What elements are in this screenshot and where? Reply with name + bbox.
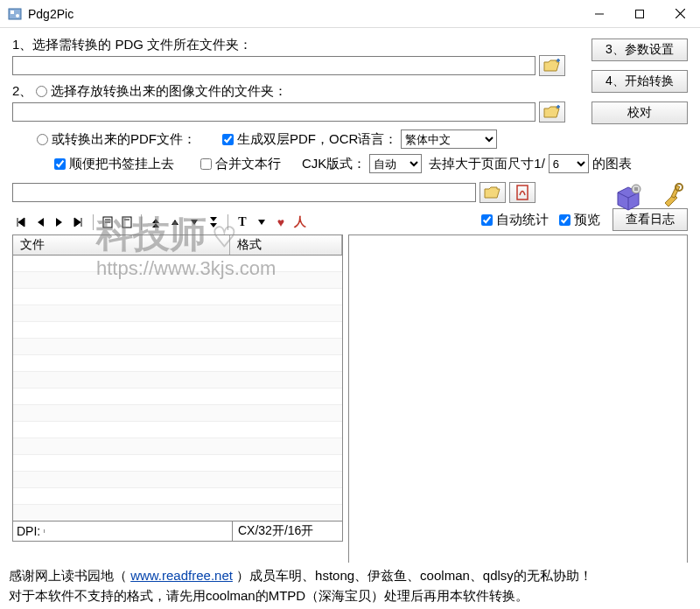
- or-pdf-label: 或转换出来的PDF文件：: [52, 131, 196, 148]
- preview-check[interactable]: [559, 214, 570, 226]
- ocr-lang-select[interactable]: 繁体中文: [401, 130, 497, 149]
- gen-layer-label: 生成双层PDF，OCR语言：: [237, 131, 397, 148]
- svg-rect-15: [122, 217, 131, 228]
- table-row[interactable]: [13, 422, 342, 438]
- fraction-select[interactable]: 6: [549, 154, 589, 173]
- table-row[interactable]: [13, 339, 342, 355]
- first-icon[interactable]: [12, 214, 30, 231]
- output-folder-input[interactable]: [12, 102, 536, 122]
- col-file-header[interactable]: 文件: [13, 235, 230, 255]
- output-folder-radio[interactable]: [36, 86, 47, 97]
- table-row[interactable]: [13, 472, 342, 488]
- verify-button[interactable]: 校对: [592, 102, 688, 124]
- bookmark-check[interactable]: [54, 158, 66, 170]
- step2-prefix: 2、: [12, 83, 32, 100]
- table-row[interactable]: [13, 272, 342, 289]
- file-list-panel: 文件 格式 DPI:: [12, 234, 343, 565]
- browse3-button[interactable]: [480, 182, 506, 203]
- dropdown-icon[interactable]: [253, 214, 270, 231]
- drop-gt-label: 去掉大于页面尺寸1/: [429, 156, 545, 172]
- merge-text-label: 合并文本行: [215, 156, 281, 172]
- col-format-header[interactable]: 格式: [230, 235, 342, 255]
- table-row[interactable]: [13, 355, 342, 372]
- package-icon[interactable]: [612, 180, 644, 212]
- close-button[interactable]: [660, 0, 700, 28]
- pdf-icon-button[interactable]: [509, 182, 536, 203]
- auto-stat-label: 自动统计: [496, 212, 549, 228]
- svg-rect-9: [634, 187, 638, 191]
- output-pdf-radio[interactable]: [37, 134, 48, 145]
- step1-label: 1、选择需转换的 PDG 文件所在文件夹：: [12, 37, 252, 53]
- app-icon: [7, 6, 23, 22]
- preview-panel: [348, 234, 688, 565]
- up1-icon[interactable]: [166, 214, 184, 231]
- table-row[interactable]: [13, 256, 342, 272]
- window-title: Pdg2Pic: [28, 7, 579, 21]
- doc2-icon[interactable]: [118, 214, 136, 231]
- up2-icon[interactable]: [147, 214, 164, 231]
- table-row[interactable]: [13, 388, 342, 405]
- footer-text-1b: ）成员车明、hstong、伊兹鱼、coolman、qdlsy的无私协助！: [236, 568, 592, 583]
- footer: 感谢网上读书园地（ www.readfree.net ）成员车明、hstong、…: [0, 563, 700, 609]
- gen-layer-check[interactable]: [222, 134, 234, 145]
- auto-stat-check[interactable]: [481, 214, 493, 226]
- dpi-label: DPI:: [13, 522, 44, 540]
- start-button[interactable]: 4、开始转换: [592, 70, 688, 93]
- maximize-button[interactable]: [620, 0, 660, 28]
- path3-input[interactable]: [12, 183, 476, 202]
- preview-label: 预览: [574, 212, 600, 228]
- table-row[interactable]: [13, 289, 342, 305]
- down2-icon[interactable]: [205, 214, 222, 231]
- down1-icon[interactable]: [186, 214, 203, 231]
- text-icon[interactable]: T: [234, 214, 251, 231]
- table-row[interactable]: [13, 505, 342, 522]
- tools-icon[interactable]: [656, 180, 688, 212]
- nav-toolbar: T ♥ 人: [12, 214, 309, 231]
- cjk-select[interactable]: 自动: [369, 154, 422, 173]
- table-row[interactable]: [13, 488, 342, 505]
- table-row[interactable]: [13, 438, 342, 455]
- svg-rect-7: [517, 186, 528, 200]
- table-row[interactable]: [13, 405, 342, 422]
- params-button[interactable]: 3、参数设置: [592, 38, 688, 61]
- svg-rect-4: [636, 10, 644, 18]
- browse-output-button[interactable]: [539, 102, 565, 122]
- titlebar: Pdg2Pic: [0, 0, 700, 28]
- next-icon[interactable]: [51, 214, 68, 231]
- pdg-folder-input[interactable]: [12, 56, 536, 75]
- footer-text-1a: 感谢网上读书园地（: [9, 568, 127, 583]
- cjk-label: CJK版式：: [302, 156, 366, 172]
- bookmark-label: 顺便把书签挂上去: [69, 156, 174, 172]
- last-icon[interactable]: [70, 214, 88, 231]
- doc1-icon[interactable]: [99, 214, 116, 231]
- table-row[interactable]: [13, 372, 342, 388]
- table-row[interactable]: [13, 322, 342, 339]
- browse-pdg-button[interactable]: [539, 55, 565, 76]
- footer-link[interactable]: www.readfree.net: [130, 568, 233, 583]
- acrobat-icon[interactable]: 人: [291, 214, 309, 231]
- step2-label: 选择存放转换出来的图像文件的文件夹：: [51, 83, 287, 100]
- dpi-value: [44, 529, 232, 533]
- table-row[interactable]: [13, 455, 342, 472]
- table-row[interactable]: [13, 305, 342, 322]
- svg-rect-1: [10, 10, 14, 14]
- grid-body[interactable]: [12, 256, 343, 522]
- prev-icon[interactable]: [32, 214, 49, 231]
- svg-point-2: [16, 14, 19, 18]
- chart-suffix-label: 的图表: [592, 156, 632, 172]
- minimize-button[interactable]: [579, 0, 620, 28]
- merge-text-check[interactable]: [200, 158, 212, 170]
- cx-label: CX/32开/16开: [232, 522, 342, 541]
- footer-text-2: 对于本软件不支持的格式，请先用coolman的MTPD（深海宝贝）处理后再用本软…: [9, 586, 691, 606]
- heart-icon[interactable]: ♥: [272, 214, 290, 231]
